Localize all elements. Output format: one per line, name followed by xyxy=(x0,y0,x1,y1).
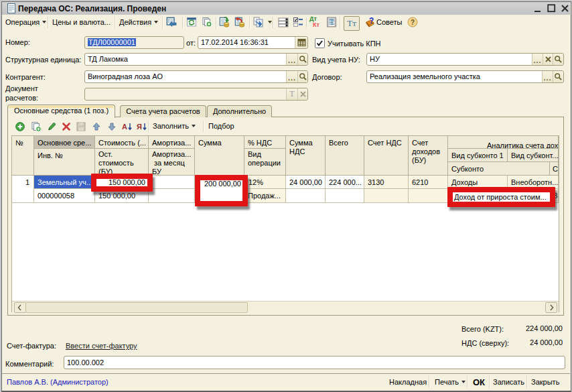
svg-text:?: ? xyxy=(369,17,374,25)
svg-text:А: А xyxy=(122,123,127,131)
svg-text:?: ? xyxy=(411,19,415,26)
svg-text:Я: Я xyxy=(137,123,142,131)
